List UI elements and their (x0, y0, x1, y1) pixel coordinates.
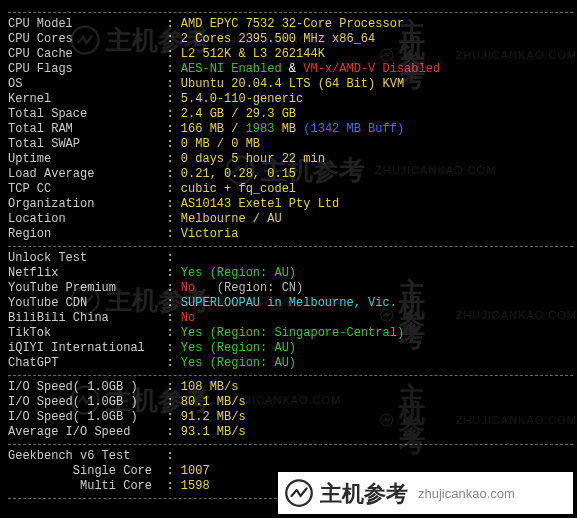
line-value: 93.1 MB/s (181, 425, 246, 439)
line-value: No (181, 281, 195, 295)
line-label: I/O Speed( 1.0GB ) (8, 395, 166, 409)
line-label: Netflix (8, 266, 166, 280)
line-value: 91.2 MB/s (181, 410, 246, 424)
line-label: Multi Core (8, 479, 166, 493)
terminal-line: Netflix : Yes (Region: AU) (8, 266, 573, 281)
footer-en-text: zhujicankao.com (418, 486, 515, 501)
terminal-line: iQIYI International : Yes (Region: AU) (8, 341, 573, 356)
terminal-line: YouTube Premium : No (Region: CN) (8, 281, 573, 296)
line-value: SUPERLOOPAU in Melbourne, Vic. (181, 296, 397, 310)
terminal-line: YouTube CDN : SUPERLOOPAU in Melbourne, … (8, 296, 573, 311)
line-label: CPU Flags (8, 62, 166, 76)
line-value: (Region: CN) (195, 281, 303, 295)
line-value: VM-x/AMD-V Disabled (303, 62, 440, 76)
line-value: MB (274, 122, 303, 136)
line-label: Load Average (8, 167, 166, 181)
line-label: CPU Cores (8, 32, 166, 46)
line-value: Victoria (181, 227, 239, 241)
terminal-line: OS : Ubuntu 20.04.4 LTS (64 Bit) KVM (8, 77, 573, 92)
line-value: Yes (Region: AU) (181, 266, 296, 280)
terminal-line: BiliBili China : No (8, 311, 573, 326)
line-label: iQIYI International (8, 341, 166, 355)
line-value: 0.21, 0.28, 0.15 (181, 167, 296, 181)
line-label: YouTube CDN (8, 296, 166, 310)
line-label: Total Space (8, 107, 166, 121)
footer-watermark-badge: 主机参考 zhujicankao.com (278, 472, 573, 514)
line-value: 1983 (246, 122, 275, 136)
line-value: cubic + fq_codel (181, 182, 296, 196)
line-value: Ubuntu 20.04.4 LTS (64 Bit) KVM (181, 77, 404, 91)
terminal-line: Kernel : 5.4.0-110-generic (8, 92, 573, 107)
divider (8, 12, 573, 13)
line-label: BiliBili China (8, 311, 166, 325)
terminal-line: Region : Victoria (8, 227, 573, 242)
line-label: YouTube Premium (8, 281, 166, 295)
line-value: L2 512K & L3 262144K (181, 47, 325, 61)
divider (8, 444, 573, 445)
line-value: 166 MB / (181, 122, 246, 136)
line-label: CPU Cache (8, 47, 166, 61)
line-label: TCP CC (8, 182, 166, 196)
line-value: 80.1 MB/s (181, 395, 246, 409)
line-label: Region (8, 227, 166, 241)
line-label: TikTok (8, 326, 166, 340)
terminal-line: TikTok : Yes (Region: Singapore-Central) (8, 326, 573, 341)
line-label: CPU Model (8, 17, 166, 31)
section-header: Geekbench v6 Test : (8, 449, 573, 464)
line-value: 2 Cores 2395.500 MHz x86_64 (181, 32, 375, 46)
line-label: I/O Speed( 1.0GB ) (8, 380, 166, 394)
line-value: Yes (Region: AU) (181, 341, 296, 355)
line-value: 1007 (181, 464, 210, 478)
terminal-line: TCP CC : cubic + fq_codel (8, 182, 573, 197)
terminal-output: CPU Model : AMD EPYC 7532 32-Core Proces… (0, 0, 577, 507)
line-value: 2.4 GB / 29.3 GB (181, 107, 296, 121)
section-header: Unlock Test : (8, 251, 573, 266)
terminal-line: Load Average : 0.21, 0.28, 0.15 (8, 167, 573, 182)
terminal-line: Total RAM : 166 MB / 1983 MB (1342 MB Bu… (8, 122, 573, 137)
line-label: Single Core (8, 464, 166, 478)
line-value: Yes (Region: AU) (181, 356, 296, 370)
line-value: No (181, 311, 195, 325)
terminal-line: CPU Flags : AES-NI Enabled & VM-x/AMD-V … (8, 62, 573, 77)
line-value: AMD EPYC 7532 32-Core Processor (181, 17, 404, 31)
line-value: Melbourne / AU (181, 212, 282, 226)
divider (8, 246, 573, 247)
terminal-line: Total Space : 2.4 GB / 29.3 GB (8, 107, 573, 122)
line-value: & (282, 62, 304, 76)
footer-cn-text: 主机参考 (320, 486, 408, 501)
divider (8, 375, 573, 376)
line-label: Kernel (8, 92, 166, 106)
line-label: I/O Speed( 1.0GB ) (8, 410, 166, 424)
line-value: 5.4.0-110-generic (181, 92, 303, 106)
line-value: Yes (Region: Singapore-Central) (181, 326, 404, 340)
line-label: Average I/O Speed (8, 425, 166, 439)
line-value: AES-NI Enabled (181, 62, 282, 76)
terminal-line: CPU Cache : L2 512K & L3 262144K (8, 47, 573, 62)
terminal-line: I/O Speed( 1.0GB ) : 80.1 MB/s (8, 395, 573, 410)
line-value: 0 days 5 hour 22 min (181, 152, 325, 166)
terminal-line: I/O Speed( 1.0GB ) : 91.2 MB/s (8, 410, 573, 425)
terminal-line: Organization : AS10143 Exetel Pty Ltd (8, 197, 573, 212)
terminal-line: Location : Melbourne / AU (8, 212, 573, 227)
terminal-line: I/O Speed( 1.0GB ) : 108 MB/s (8, 380, 573, 395)
line-label: Uptime (8, 152, 166, 166)
logo-icon (284, 478, 314, 508)
line-label: Total RAM (8, 122, 166, 136)
line-value: 108 MB/s (181, 380, 239, 394)
line-label: Organization (8, 197, 166, 211)
terminal-line: Average I/O Speed : 93.1 MB/s (8, 425, 573, 440)
line-value: 1598 (181, 479, 210, 493)
terminal-line: CPU Model : AMD EPYC 7532 32-Core Proces… (8, 17, 573, 32)
line-label: OS (8, 77, 166, 91)
line-label: Total SWAP (8, 137, 166, 151)
terminal-line: Uptime : 0 days 5 hour 22 min (8, 152, 573, 167)
line-value: 0 MB / 0 MB (181, 137, 260, 151)
terminal-line: Total SWAP : 0 MB / 0 MB (8, 137, 573, 152)
terminal-line: ChatGPT : Yes (Region: AU) (8, 356, 573, 371)
line-label: ChatGPT (8, 356, 166, 370)
line-value: (1342 MB Buff) (303, 122, 404, 136)
line-value: AS10143 Exetel Pty Ltd (181, 197, 339, 211)
line-label: Location (8, 212, 166, 226)
terminal-line: CPU Cores : 2 Cores 2395.500 MHz x86_64 (8, 32, 573, 47)
